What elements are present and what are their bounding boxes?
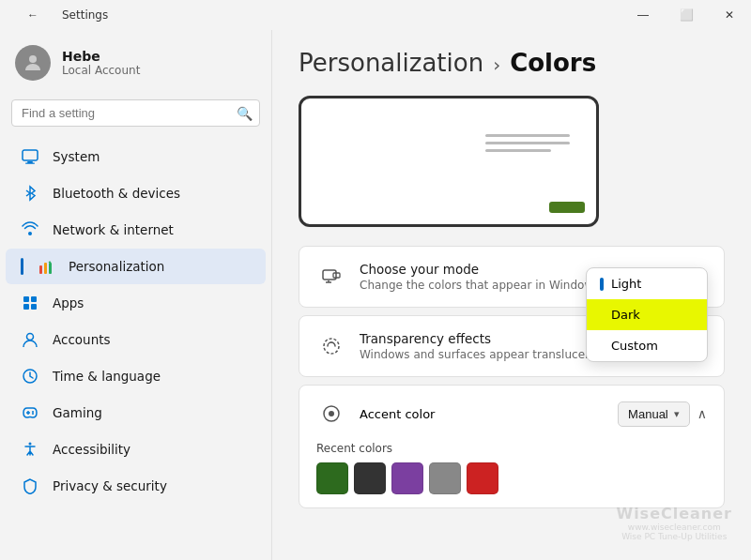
minimize-button[interactable]: —: [621, 0, 665, 30]
user-account: Local Account: [62, 64, 140, 77]
sidebar: Hebe Local Account 🔍 System Bluetooth &: [0, 30, 272, 560]
light-check: [600, 278, 604, 291]
sidebar-item-network[interactable]: Network & internet: [6, 212, 266, 248]
swatch-dark[interactable]: [354, 462, 386, 494]
preview-line-1: [485, 134, 570, 137]
svg-rect-9: [31, 296, 37, 302]
sidebar-item-accounts[interactable]: Accounts: [6, 322, 266, 357]
mode-option-dark[interactable]: Dark: [587, 299, 707, 330]
accent-controls: Manual ▾ ∧: [618, 401, 707, 427]
preview-line-3: [485, 149, 551, 152]
mode-custom-label: Custom: [611, 339, 658, 353]
sidebar-item-personalization-label: Personalization: [69, 259, 164, 274]
chevron-down-icon: ▾: [674, 408, 680, 420]
sidebar-item-network-label: Network & internet: [53, 222, 174, 237]
swatch-purple[interactable]: [391, 462, 423, 494]
sidebar-item-time[interactable]: Time & language: [6, 358, 266, 394]
apps-icon: [21, 294, 39, 312]
close-button[interactable]: ✕: [708, 0, 751, 30]
accent-dropdown-label: Manual: [628, 407, 668, 421]
mode-option-light[interactable]: Light: [587, 268, 707, 299]
svg-point-18: [29, 443, 32, 446]
swatch-green[interactable]: [316, 462, 348, 494]
sidebar-item-system[interactable]: System: [6, 139, 266, 174]
back-button[interactable]: ←: [11, 0, 54, 30]
time-icon: [21, 367, 39, 386]
search-box: 🔍: [11, 99, 260, 127]
titlebar-title: Settings: [62, 8, 108, 22]
sidebar-item-system-label: System: [53, 149, 100, 164]
bluetooth-icon: [21, 184, 39, 203]
mode-option-custom[interactable]: Custom: [587, 330, 707, 361]
avatar: [15, 45, 51, 81]
watermark: WiseCleaner www.wisecleaner.com Wise PC …: [616, 505, 732, 541]
sidebar-item-privacy-label: Privacy & security: [53, 478, 167, 493]
sidebar-item-accessibility[interactable]: Accessibility: [6, 431, 266, 467]
svg-rect-5: [39, 265, 42, 274]
expand-icon[interactable]: ∧: [697, 406, 707, 421]
accent-header-left: Accent color: [316, 399, 435, 429]
dark-spacer: [600, 309, 604, 322]
accent-title: Accent color: [360, 407, 435, 421]
accent-icon: [316, 399, 346, 429]
sidebar-item-bluetooth-label: Bluetooth & devices: [53, 186, 180, 201]
transparency-text: Transparency effects Windows and surface…: [360, 331, 596, 361]
svg-rect-10: [23, 304, 29, 310]
titlebar: ← Settings — ⬜ ✕: [0, 0, 751, 30]
search-input[interactable]: [11, 99, 260, 127]
user-info: Hebe Local Account: [62, 49, 140, 77]
custom-spacer: [600, 340, 604, 353]
sidebar-item-accessibility-label: Accessibility: [53, 442, 130, 457]
mode-light-label: Light: [611, 277, 641, 291]
svg-rect-1: [23, 150, 38, 160]
network-icon: [21, 220, 39, 239]
svg-point-4: [28, 232, 32, 235]
nav-list: System Bluetooth & devices Network & int…: [0, 138, 271, 552]
titlebar-left: ← Settings: [11, 0, 108, 30]
maximize-button[interactable]: ⬜: [665, 0, 708, 30]
titlebar-controls: — ⬜ ✕: [621, 0, 751, 30]
sidebar-item-accounts-label: Accounts: [53, 332, 111, 347]
sidebar-item-time-label: Time & language: [53, 369, 161, 384]
sidebar-item-personalization[interactable]: Personalization: [6, 249, 266, 284]
main-content: Personalization › Colors Choose yo: [272, 30, 751, 560]
recent-colors-section: Recent colors: [299, 442, 724, 507]
sidebar-item-gaming-label: Gaming: [53, 405, 102, 420]
breadcrumb-parent: Personalization: [299, 49, 483, 77]
accounts-icon: [21, 330, 39, 349]
preview-box: [299, 96, 599, 227]
sidebar-item-apps-label: Apps: [53, 295, 84, 310]
swatch-gray[interactable]: [429, 462, 461, 494]
breadcrumb-chevron: ›: [493, 53, 500, 76]
page-header: Personalization › Colors: [299, 49, 725, 77]
accent-dropdown-button[interactable]: Manual ▾: [618, 401, 690, 427]
preview-button: [549, 202, 585, 213]
accent-header: Accent color Manual ▾ ∧: [299, 386, 724, 442]
recent-colors-label: Recent colors: [316, 442, 707, 455]
transparency-left: Transparency effects Windows and surface…: [316, 331, 596, 361]
svg-point-23: [329, 411, 334, 416]
personalization-icon: [37, 257, 55, 276]
swatch-red[interactable]: [467, 462, 498, 494]
sidebar-item-apps[interactable]: Apps: [6, 285, 266, 321]
svg-rect-6: [44, 263, 47, 274]
transparency-icon: [316, 331, 346, 361]
svg-point-17: [32, 413, 34, 415]
privacy-icon: [21, 477, 39, 495]
color-swatches: [316, 462, 707, 494]
svg-rect-11: [31, 304, 37, 310]
mode-card-container: Choose your mode Change the colors that …: [299, 246, 725, 308]
watermark-product: Wise PC Tune-Up Utilities: [616, 532, 732, 541]
active-indicator: [21, 258, 23, 275]
sidebar-item-privacy[interactable]: Privacy & security: [6, 468, 266, 504]
transparency-title: Transparency effects: [360, 331, 596, 346]
breadcrumb-current: Colors: [510, 49, 596, 77]
svg-point-16: [32, 411, 34, 413]
user-name: Hebe: [62, 49, 140, 64]
sidebar-item-gaming[interactable]: Gaming: [6, 395, 266, 431]
svg-rect-7: [49, 263, 52, 274]
sidebar-item-bluetooth[interactable]: Bluetooth & devices: [6, 175, 266, 211]
system-icon: [21, 147, 39, 166]
watermark-sub: www.wisecleaner.com: [616, 522, 732, 532]
svg-point-0: [29, 55, 37, 63]
